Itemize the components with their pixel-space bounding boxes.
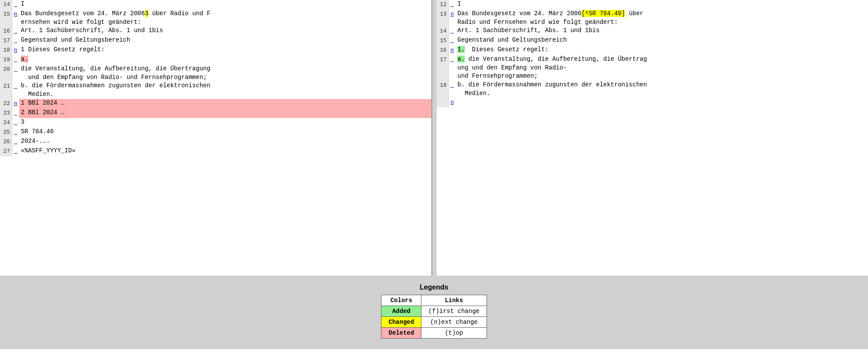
left-line-21: 21 b. die Fördermassnahmen zugunsten der… [0, 82, 431, 99]
legend-color-changed: Changed [381, 317, 421, 328]
right-link-empty[interactable]: n [449, 98, 456, 107]
left-link-15[interactable]: n [12, 10, 19, 26]
legend-row-added: Added (f)irst change [381, 306, 487, 317]
right-linenum-empty [437, 98, 449, 107]
left-content-20: die Veranstaltung, die Aufbereitung, die… [19, 65, 431, 82]
highlight-16-1: 1. [457, 46, 465, 53]
right-line-13: 13 n Das Bundesgesetz vom 24. März 2006[… [437, 10, 868, 26]
left-linenum-26: 26 [0, 137, 12, 147]
right-link-12[interactable] [449, 0, 456, 10]
legend-row-changed: Changed (n)ext change [381, 317, 487, 328]
left-link-24[interactable] [12, 118, 19, 128]
left-linenum-16: 16 [0, 26, 12, 36]
left-link-20[interactable] [12, 65, 19, 82]
left-content-19: a. [19, 55, 431, 65]
left-link-21[interactable] [12, 82, 19, 99]
left-linenum-25: 25 [0, 128, 12, 137]
legend-row-deleted: Deleted (t)op [381, 328, 487, 339]
left-linenum-19: 19 [0, 55, 12, 65]
left-line-20: 20 die Veranstaltung, die Aufbereitung, … [0, 65, 431, 82]
left-linenum-20: 20 [0, 65, 12, 82]
left-linenum-18: 18 [0, 46, 12, 55]
left-content-17: Gegenstand und Geltungsbereich [19, 36, 431, 46]
left-linenum-17: 17 [0, 36, 12, 46]
left-linenum-24: 24 [0, 118, 12, 128]
left-link-25[interactable] [12, 128, 19, 137]
left-link-18[interactable]: n [12, 46, 19, 55]
legend-col-links: Links [421, 295, 487, 306]
legend-color-added: Added [381, 306, 421, 317]
right-link-18[interactable] [449, 81, 456, 98]
right-content-empty [456, 98, 868, 107]
right-link-15[interactable] [449, 36, 456, 46]
right-link-14[interactable] [449, 26, 456, 36]
left-link-26[interactable] [12, 137, 19, 147]
highlight-19-a: a. [21, 56, 28, 63]
left-content-24: 3 [19, 118, 431, 128]
left-content-14: I [19, 0, 431, 10]
left-link-23[interactable] [12, 109, 19, 118]
right-link-17[interactable] [449, 55, 456, 81]
left-line-27: 27 «%ASFF_YYYY_ID» [0, 147, 431, 156]
legend-link-top[interactable]: (t)op [421, 328, 487, 339]
left-line-23: 23 2 BBl 2024 … [0, 109, 431, 118]
legend-table: Colors Links Added (f)irst change Change… [381, 295, 487, 339]
right-linenum-17: 17 [437, 55, 449, 81]
left-content-21: b. die Fördermassnahmen zugunsten der el… [19, 82, 431, 99]
left-link-17[interactable] [12, 36, 19, 46]
left-content-27: «%ASFF_YYYY_ID» [19, 147, 431, 156]
pane-divider [432, 0, 437, 276]
legend-area: Legends Colors Links Added (f)irst chang… [0, 276, 868, 349]
right-pane: 12 I 13 n Das Bundesgesetz vom 24. März … [437, 0, 868, 276]
right-content-17: a. die Veranstaltung, die Aufbereitung, … [456, 55, 868, 81]
left-link-27[interactable] [12, 147, 19, 156]
right-line-16: 16 n 1. Dieses Gesetz regelt: [437, 46, 868, 55]
right-linenum-12: 12 [437, 0, 449, 10]
legend-link-next[interactable]: (n)ext change [421, 317, 487, 328]
left-line-24: 24 3 [0, 118, 431, 128]
right-line-18: 18 b. die Fördermassnahmen zugunsten der… [437, 81, 868, 98]
right-link-13[interactable]: n [449, 10, 456, 26]
left-link-22[interactable]: n [12, 99, 19, 109]
right-linenum-16: 16 [437, 46, 449, 55]
highlight-15: 3 [145, 10, 148, 17]
right-linenum-13: 13 [437, 10, 449, 26]
left-content-25: SR 784.40 [19, 128, 431, 137]
left-line-14: 14 I [0, 0, 431, 10]
right-linenum-18: 18 [437, 81, 449, 98]
right-line-14: 14 Art. 1 Sachüberschrift, Abs. 1 und 1b… [437, 26, 868, 36]
left-link-16[interactable] [12, 26, 19, 36]
right-content-12: I [456, 0, 868, 10]
right-content-13: Das Bundesgesetz vom 24. März 2006[^SR 7… [456, 10, 868, 26]
right-content-15: Gegenstand und Geltungsbereich [456, 36, 868, 46]
left-pane: 14 I 15 n Das Bundesgesetz vom 24. März … [0, 0, 432, 276]
right-linenum-14: 14 [437, 26, 449, 36]
left-linenum-23: 23 [0, 109, 12, 118]
diff-container: 14 I 15 n Das Bundesgesetz vom 24. März … [0, 0, 868, 276]
left-linenum-22: 22 [0, 99, 12, 109]
right-line-17: 17 a. die Veranstaltung, die Aufbereitun… [437, 55, 868, 81]
highlight-13-sr: [^SR 784.40] [582, 10, 625, 17]
left-line-15: 15 n Das Bundesgesetz vom 24. März 20063… [0, 10, 431, 26]
highlight-17-a: a. [457, 56, 465, 63]
left-link-14[interactable] [12, 0, 19, 10]
right-linenum-15: 15 [437, 36, 449, 46]
right-content-18: b. die Fördermassnahmen zugunsten der el… [456, 81, 868, 98]
left-line-19: 19 a. [0, 55, 431, 65]
left-line-25: 25 SR 784.40 [0, 128, 431, 137]
left-line-16: 16 Art. 1 Sachüberschrift, Abs. 1 und 1b… [0, 26, 431, 36]
legend-link-first[interactable]: (f)irst change [421, 306, 487, 317]
left-content-26: 2024-... [19, 137, 431, 147]
right-content-14: Art. 1 Sachüberschrift, Abs. 1 und 1bis [456, 26, 868, 36]
left-link-19[interactable] [12, 55, 19, 65]
left-line-17: 17 Gegenstand und Geltungsbereich [0, 36, 431, 46]
right-line-empty: n [437, 98, 868, 107]
left-content-23: 2 BBl 2024 … [19, 109, 431, 118]
left-line-18: 18 n 1 Dieses Gesetz regelt: [0, 46, 431, 55]
legend-col-colors: Colors [381, 295, 421, 306]
left-linenum-27: 27 [0, 147, 12, 156]
right-link-16[interactable]: n [449, 46, 456, 55]
left-line-22: 22 n 1 BBl 2024 … [0, 99, 431, 109]
left-content-16: Art. 1 Sachüberschrift, Abs. 1 und 1bis [19, 26, 431, 36]
legend-title: Legends [420, 283, 448, 291]
